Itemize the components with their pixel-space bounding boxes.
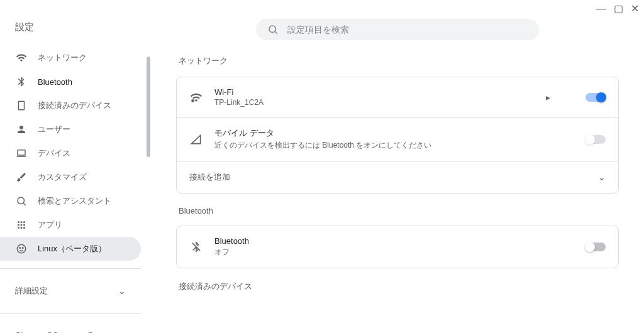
- svg-point-8: [23, 224, 25, 226]
- bluetooth-card: Bluetooth オフ: [176, 226, 619, 268]
- svg-rect-0: [19, 101, 25, 110]
- mobile-data-row[interactable]: モバイル データ 近くのデバイスを検出するには Bluetooth をオンにして…: [177, 117, 618, 161]
- wifi-secure-icon: [189, 91, 203, 104]
- sidebar-item-label: デバイス: [38, 148, 70, 159]
- wifi-title: Wi-Fi: [214, 87, 535, 97]
- mobile-sub: 近くのデバイスを検出するには Bluetooth をオンにしてください: [214, 140, 574, 151]
- svg-point-7: [21, 224, 23, 226]
- section-title-network: ネットワーク: [179, 55, 619, 67]
- sidebar-item-linux[interactable]: Linux（ベータ版）: [0, 237, 141, 261]
- sidebar-item-user[interactable]: ユーザー: [0, 117, 141, 141]
- svg-point-4: [21, 221, 23, 223]
- svg-point-3: [18, 221, 19, 223]
- minimize-button[interactable]: —: [596, 3, 606, 14]
- bluetooth-status: オフ: [214, 247, 574, 258]
- svg-point-14: [23, 248, 24, 249]
- section-title-bluetooth: Bluetooth: [179, 206, 619, 216]
- mobile-toggle: [586, 135, 606, 144]
- scrollbar[interactable]: [146, 57, 151, 308]
- divider: [0, 268, 141, 269]
- sidebar-item-label: Linux（ベータ版）: [38, 243, 106, 254]
- sidebar-item-label: 詳細設定: [15, 285, 48, 297]
- chevron-right-icon: ▸: [546, 92, 550, 102]
- wifi-row[interactable]: Wi-Fi TP-Link_1C2A ▸: [177, 77, 618, 117]
- svg-point-9: [18, 227, 19, 229]
- sidebar-item-label: カスタマイズ: [38, 172, 87, 183]
- chevron-down-icon: ⌄: [118, 286, 126, 296]
- sidebar-item-network[interactable]: ネットワーク: [0, 46, 141, 70]
- brush-icon: [15, 172, 28, 183]
- bluetooth-row[interactable]: Bluetooth オフ: [177, 226, 618, 268]
- sidebar-item-label: 検索とアシスタント: [38, 195, 111, 207]
- svg-point-6: [18, 224, 19, 226]
- sidebar-item-label: ネットワーク: [38, 52, 87, 63]
- sidebar-item-label: アプリ: [38, 219, 62, 231]
- wifi-toggle[interactable]: [586, 93, 606, 102]
- svg-rect-16: [192, 99, 194, 102]
- sidebar: 設定 ネットワーク Bluetooth 接続済みのデバイス ユーザー デバイス: [0, 19, 151, 333]
- chevron-down-icon: ⌄: [598, 172, 606, 182]
- bluetooth-icon: [15, 76, 28, 87]
- wifi-ssid: TP-Link_1C2A: [214, 98, 535, 107]
- sidebar-item-label: Bluetooth: [38, 77, 72, 87]
- section-title-connected: 接続済みのデバイス: [179, 281, 619, 292]
- device-icon: [15, 100, 28, 111]
- sidebar-advanced[interactable]: 詳細設定 ⌄: [0, 276, 141, 305]
- sidebar-item-device[interactable]: デバイス: [0, 141, 141, 165]
- sidebar-item-customize[interactable]: カスタマイズ: [0, 165, 141, 189]
- user-icon: [15, 124, 28, 135]
- search-input[interactable]: [287, 25, 528, 35]
- linux-icon: [15, 243, 28, 254]
- apps-icon: [15, 219, 28, 231]
- svg-point-11: [23, 227, 25, 229]
- svg-rect-1: [18, 150, 25, 155]
- svg-point-12: [17, 244, 26, 253]
- mobile-title: モバイル データ: [214, 128, 574, 139]
- sidebar-item-label: ユーザー: [38, 124, 70, 135]
- svg-point-2: [18, 197, 25, 204]
- divider: [0, 313, 141, 314]
- svg-point-10: [21, 227, 23, 229]
- search-box[interactable]: [256, 19, 539, 40]
- maximize-button[interactable]: ▢: [614, 3, 623, 14]
- svg-point-13: [19, 248, 21, 249]
- search-icon: [15, 195, 28, 207]
- svg-point-15: [269, 26, 276, 33]
- bluetooth-toggle[interactable]: [586, 243, 606, 251]
- bluetooth-title: Bluetooth: [214, 236, 574, 246]
- sidebar-title: 設定: [0, 21, 151, 46]
- add-connection-label: 接続を追加: [189, 172, 587, 183]
- sidebar-item-apps[interactable]: アプリ: [0, 213, 141, 237]
- sidebar-item-label: 接続済みのデバイス: [38, 100, 111, 111]
- sidebar-about[interactable]: Chrome OS について: [0, 321, 141, 333]
- add-connection-row[interactable]: 接続を追加 ⌄: [177, 161, 618, 193]
- search-icon: [267, 24, 279, 35]
- bluetooth-off-icon: [189, 241, 203, 253]
- svg-point-5: [23, 221, 25, 223]
- main-content: ネットワーク Wi-Fi TP-Link_1C2A ▸ モバイル データ 近くの…: [151, 19, 644, 333]
- close-button[interactable]: ✕: [631, 3, 639, 14]
- network-card: Wi-Fi TP-Link_1C2A ▸ モバイル データ 近くのデバイスを検出…: [176, 77, 619, 194]
- sidebar-item-search-assistant[interactable]: 検索とアシスタント: [0, 189, 141, 213]
- wifi-icon: [15, 52, 28, 63]
- mobile-data-icon: [189, 133, 203, 146]
- sidebar-item-bluetooth[interactable]: Bluetooth: [0, 70, 141, 94]
- sidebar-item-connected-devices[interactable]: 接続済みのデバイス: [0, 94, 141, 117]
- laptop-icon: [15, 148, 28, 159]
